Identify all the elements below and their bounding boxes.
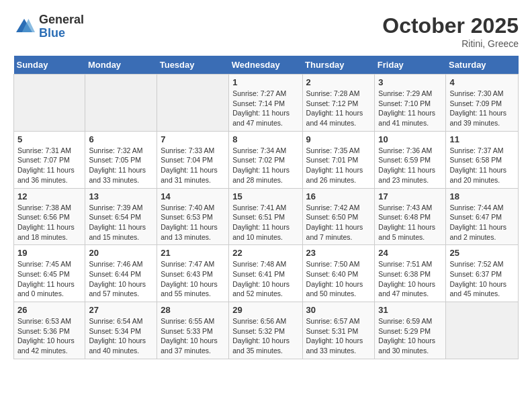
day-number: 17 bbox=[378, 191, 442, 201]
day-number: 19 bbox=[17, 248, 81, 258]
weekday-header: Sunday bbox=[14, 56, 85, 75]
calendar-cell: 4Sunrise: 7:30 AMSunset: 7:09 PMDaylight… bbox=[446, 75, 519, 132]
calendar-cell: 8Sunrise: 7:34 AMSunset: 7:02 PMDaylight… bbox=[229, 131, 302, 188]
calendar-cell: 21Sunrise: 7:47 AMSunset: 6:43 PMDayligh… bbox=[157, 245, 229, 302]
day-number: 22 bbox=[232, 248, 298, 258]
day-info: Sunrise: 7:48 AMSunset: 6:41 PMDaylight:… bbox=[232, 259, 298, 299]
calendar-cell: 28Sunrise: 6:55 AMSunset: 5:33 PMDayligh… bbox=[157, 302, 229, 359]
day-info: Sunrise: 6:54 AMSunset: 5:34 PMDaylight:… bbox=[89, 316, 153, 356]
day-info: Sunrise: 7:51 AMSunset: 6:38 PMDaylight:… bbox=[378, 259, 442, 299]
day-number: 21 bbox=[161, 248, 225, 258]
day-info: Sunrise: 7:40 AMSunset: 6:53 PMDaylight:… bbox=[161, 203, 225, 242]
calendar-cell: 30Sunrise: 6:57 AMSunset: 5:31 PMDayligh… bbox=[302, 302, 375, 359]
day-number: 13 bbox=[89, 191, 153, 201]
day-info: Sunrise: 7:39 AMSunset: 6:54 PMDaylight:… bbox=[89, 203, 153, 242]
calendar-cell: 23Sunrise: 7:50 AMSunset: 6:40 PMDayligh… bbox=[302, 245, 375, 302]
day-number: 8 bbox=[232, 134, 298, 144]
calendar-cell: 12Sunrise: 7:38 AMSunset: 6:56 PMDayligh… bbox=[14, 188, 85, 245]
weekday-header: Saturday bbox=[446, 56, 519, 75]
calendar-cell: 17Sunrise: 7:43 AMSunset: 6:48 PMDayligh… bbox=[375, 188, 446, 245]
day-number: 14 bbox=[161, 191, 225, 201]
day-number: 3 bbox=[378, 77, 442, 87]
logo-general: General bbox=[39, 13, 84, 27]
day-info: Sunrise: 7:38 AMSunset: 6:56 PMDaylight:… bbox=[17, 203, 81, 242]
weekday-header: Friday bbox=[375, 56, 446, 75]
day-info: Sunrise: 7:50 AMSunset: 6:40 PMDaylight:… bbox=[306, 259, 371, 299]
calendar-cell: 6Sunrise: 7:32 AMSunset: 7:05 PMDaylight… bbox=[85, 131, 157, 188]
calendar-cell: 15Sunrise: 7:41 AMSunset: 6:51 PMDayligh… bbox=[229, 188, 302, 245]
calendar-cell: 11Sunrise: 7:37 AMSunset: 6:58 PMDayligh… bbox=[446, 131, 519, 188]
day-number: 30 bbox=[306, 305, 371, 315]
day-number: 26 bbox=[17, 305, 81, 315]
calendar-cell: 1Sunrise: 7:27 AMSunset: 7:14 PMDaylight… bbox=[229, 75, 302, 132]
calendar-cell bbox=[157, 75, 229, 132]
title-block: October 2025 Ritini, Greece bbox=[382, 13, 519, 49]
day-info: Sunrise: 6:53 AMSunset: 5:36 PMDaylight:… bbox=[17, 316, 81, 356]
calendar-week-row: 5Sunrise: 7:31 AMSunset: 7:07 PMDaylight… bbox=[14, 131, 519, 188]
day-number: 25 bbox=[449, 248, 515, 258]
day-info: Sunrise: 7:41 AMSunset: 6:51 PMDaylight:… bbox=[232, 203, 298, 242]
day-info: Sunrise: 7:46 AMSunset: 6:44 PMDaylight:… bbox=[89, 259, 153, 299]
day-number: 9 bbox=[306, 134, 371, 144]
day-info: Sunrise: 6:57 AMSunset: 5:31 PMDaylight:… bbox=[306, 316, 371, 356]
day-number: 6 bbox=[89, 134, 153, 144]
calendar-cell: 10Sunrise: 7:36 AMSunset: 6:59 PMDayligh… bbox=[375, 131, 446, 188]
day-number: 15 bbox=[232, 191, 298, 201]
day-info: Sunrise: 7:28 AMSunset: 7:12 PMDaylight:… bbox=[306, 89, 371, 128]
calendar-cell: 25Sunrise: 7:52 AMSunset: 6:37 PMDayligh… bbox=[446, 245, 519, 302]
calendar-cell: 31Sunrise: 6:59 AMSunset: 5:29 PMDayligh… bbox=[375, 302, 446, 359]
day-info: Sunrise: 7:47 AMSunset: 6:43 PMDaylight:… bbox=[161, 259, 225, 299]
calendar-cell: 22Sunrise: 7:48 AMSunset: 6:41 PMDayligh… bbox=[229, 245, 302, 302]
day-info: Sunrise: 7:33 AMSunset: 7:04 PMDaylight:… bbox=[161, 146, 225, 185]
day-info: Sunrise: 6:55 AMSunset: 5:33 PMDaylight:… bbox=[161, 316, 225, 356]
calendar-subtitle: Ritini, Greece bbox=[382, 38, 519, 49]
day-info: Sunrise: 7:27 AMSunset: 7:14 PMDaylight:… bbox=[232, 89, 298, 128]
day-number: 31 bbox=[378, 305, 442, 315]
calendar-cell: 24Sunrise: 7:51 AMSunset: 6:38 PMDayligh… bbox=[375, 245, 446, 302]
calendar-cell: 18Sunrise: 7:44 AMSunset: 6:47 PMDayligh… bbox=[446, 188, 519, 245]
day-info: Sunrise: 7:34 AMSunset: 7:02 PMDaylight:… bbox=[232, 146, 298, 185]
day-info: Sunrise: 7:44 AMSunset: 6:47 PMDaylight:… bbox=[449, 203, 515, 242]
calendar-cell: 27Sunrise: 6:54 AMSunset: 5:34 PMDayligh… bbox=[85, 302, 157, 359]
weekday-header: Tuesday bbox=[157, 56, 229, 75]
day-number: 1 bbox=[232, 77, 298, 87]
day-info: Sunrise: 7:45 AMSunset: 6:45 PMDaylight:… bbox=[17, 259, 81, 299]
day-number: 4 bbox=[449, 77, 515, 87]
day-number: 10 bbox=[378, 134, 442, 144]
day-number: 18 bbox=[449, 191, 515, 201]
day-number: 16 bbox=[306, 191, 371, 201]
calendar-cell bbox=[14, 75, 85, 132]
day-info: Sunrise: 7:36 AMSunset: 6:59 PMDaylight:… bbox=[378, 146, 442, 185]
weekday-header: Monday bbox=[85, 56, 157, 75]
logo-icon bbox=[13, 16, 35, 38]
day-number: 5 bbox=[17, 134, 81, 144]
calendar-cell: 29Sunrise: 6:56 AMSunset: 5:32 PMDayligh… bbox=[229, 302, 302, 359]
calendar-week-row: 1Sunrise: 7:27 AMSunset: 7:14 PMDaylight… bbox=[14, 75, 519, 132]
calendar-cell: 2Sunrise: 7:28 AMSunset: 7:12 PMDaylight… bbox=[302, 75, 375, 132]
day-info: Sunrise: 7:29 AMSunset: 7:10 PMDaylight:… bbox=[378, 89, 442, 128]
calendar-cell bbox=[446, 302, 519, 359]
day-number: 24 bbox=[378, 248, 442, 258]
page-header: General Blue October 2025 Ritini, Greece bbox=[13, 13, 519, 49]
calendar-cell: 20Sunrise: 7:46 AMSunset: 6:44 PMDayligh… bbox=[85, 245, 157, 302]
calendar-cell: 14Sunrise: 7:40 AMSunset: 6:53 PMDayligh… bbox=[157, 188, 229, 245]
weekday-header: Wednesday bbox=[229, 56, 302, 75]
weekday-header: Thursday bbox=[302, 56, 375, 75]
calendar-cell: 16Sunrise: 7:42 AMSunset: 6:50 PMDayligh… bbox=[302, 188, 375, 245]
day-info: Sunrise: 6:59 AMSunset: 5:29 PMDaylight:… bbox=[378, 316, 442, 356]
day-number: 7 bbox=[161, 134, 225, 144]
calendar-table: SundayMondayTuesdayWednesdayThursdayFrid… bbox=[13, 56, 519, 359]
day-info: Sunrise: 7:35 AMSunset: 7:01 PMDaylight:… bbox=[306, 146, 371, 185]
day-number: 20 bbox=[89, 248, 153, 258]
calendar-week-row: 19Sunrise: 7:45 AMSunset: 6:45 PMDayligh… bbox=[14, 245, 519, 302]
calendar-cell: 9Sunrise: 7:35 AMSunset: 7:01 PMDaylight… bbox=[302, 131, 375, 188]
calendar-cell: 7Sunrise: 7:33 AMSunset: 7:04 PMDaylight… bbox=[157, 131, 229, 188]
logo: General Blue bbox=[13, 13, 84, 40]
day-number: 28 bbox=[161, 305, 225, 315]
calendar-week-row: 12Sunrise: 7:38 AMSunset: 6:56 PMDayligh… bbox=[14, 188, 519, 245]
calendar-cell bbox=[85, 75, 157, 132]
day-info: Sunrise: 6:56 AMSunset: 5:32 PMDaylight:… bbox=[232, 316, 298, 356]
day-info: Sunrise: 7:30 AMSunset: 7:09 PMDaylight:… bbox=[449, 89, 515, 128]
logo-text: General Blue bbox=[39, 13, 84, 40]
day-number: 27 bbox=[89, 305, 153, 315]
